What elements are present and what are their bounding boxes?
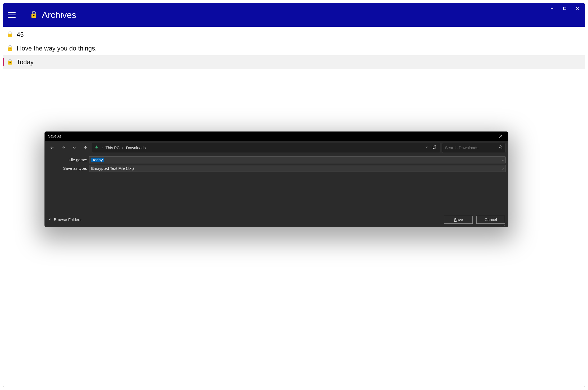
nav-back-button[interactable]	[47, 143, 57, 153]
minimize-button[interactable]	[546, 4, 558, 12]
svg-rect-9	[10, 35, 10, 36]
filename-label: File name:	[47, 158, 87, 162]
chevron-right-icon: ›	[122, 146, 123, 150]
dialog-footer: Browse Folders Save Cancel	[45, 214, 508, 227]
lock-icon	[7, 59, 13, 66]
svg-rect-4	[564, 7, 566, 10]
svg-rect-12	[10, 49, 10, 50]
chevron-right-icon: ›	[102, 146, 103, 150]
svg-rect-15	[10, 63, 10, 64]
browse-folders-label: Browse Folders	[54, 217, 81, 222]
chevron-down-icon	[48, 217, 52, 222]
dialog-body	[45, 175, 508, 214]
svg-rect-2	[34, 15, 34, 17]
dialog-form: File name: Today ⌵ Save as type: Encrypt…	[45, 155, 508, 175]
list-item[interactable]: 45	[3, 28, 585, 42]
search-box[interactable]	[442, 143, 505, 153]
lock-icon	[7, 31, 13, 38]
filename-field[interactable]: Today ⌵	[89, 157, 505, 163]
download-location-icon	[94, 145, 99, 151]
breadcrumb-segment[interactable]: Downloads	[126, 145, 146, 150]
menu-button[interactable]	[8, 12, 16, 18]
search-input[interactable]	[445, 145, 499, 150]
lock-icon	[30, 11, 38, 19]
save-button[interactable]: Save	[444, 216, 473, 224]
chevron-down-icon[interactable]: ⌵	[502, 158, 504, 162]
save-as-dialog: Save As ›	[45, 132, 508, 227]
search-icon[interactable]	[499, 145, 503, 150]
app-title: Archives	[42, 10, 76, 20]
dialog-titlebar: Save As	[45, 132, 508, 141]
nav-forward-button[interactable]	[58, 143, 68, 153]
svg-line-24	[501, 148, 502, 149]
filename-row: File name: Today ⌵	[47, 157, 505, 163]
list-item[interactable]: I love the way you do things.	[3, 42, 585, 55]
saveastype-row: Save as type: Encrypted Text File (.txt)…	[47, 165, 505, 172]
lock-icon	[7, 45, 13, 52]
saveastype-label: Save as type:	[47, 166, 87, 171]
nav-history-button[interactable]	[70, 143, 79, 153]
list-item-label: Today	[17, 58, 34, 66]
breadcrumb: › This PC › Downloads	[102, 145, 422, 150]
resize-grip[interactable]: ⋰	[504, 222, 507, 226]
app-window: Archives 45	[3, 3, 585, 387]
breadcrumb-segment[interactable]: This PC	[106, 145, 120, 150]
dialog-title: Save As	[48, 134, 61, 138]
chevron-down-icon[interactable]: ⌵	[502, 167, 504, 170]
app-header: Archives	[3, 3, 585, 27]
cancel-button[interactable]: Cancel	[476, 216, 505, 224]
list-item-label: I love the way you do things.	[17, 45, 97, 52]
chevron-down-icon[interactable]	[425, 145, 429, 150]
svg-point-23	[499, 146, 501, 148]
saveastype-value: Encrypted Text File (.txt)	[91, 166, 134, 171]
dialog-toolbar: › This PC › Downloads	[45, 141, 508, 155]
filename-value[interactable]: Today	[91, 158, 104, 162]
browse-folders-toggle[interactable]: Browse Folders	[48, 217, 81, 222]
saveastype-field[interactable]: Encrypted Text File (.txt) ⌵	[89, 165, 505, 172]
window-controls	[546, 4, 584, 12]
nav-up-button[interactable]	[81, 143, 90, 153]
close-button[interactable]	[571, 4, 584, 12]
maximize-button[interactable]	[559, 4, 571, 12]
list-item[interactable]: Today	[3, 55, 585, 69]
refresh-icon[interactable]	[432, 145, 436, 150]
dialog-close-button[interactable]	[495, 132, 506, 141]
list-item-label: 45	[17, 31, 24, 38]
address-bar[interactable]: › This PC › Downloads	[92, 143, 440, 153]
